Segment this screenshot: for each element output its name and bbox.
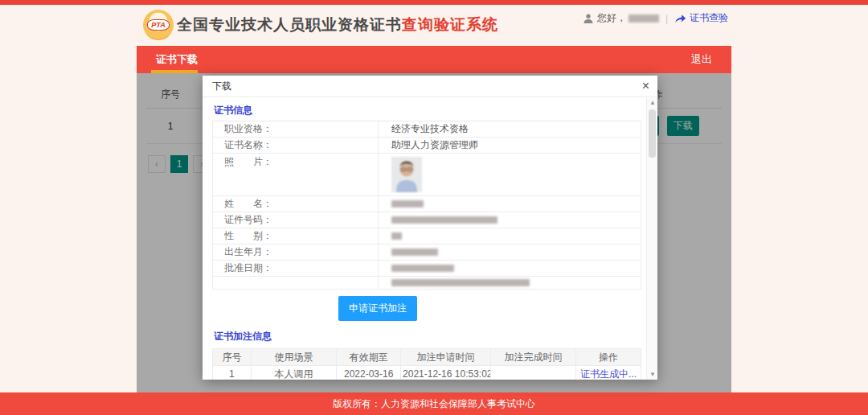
- field-value: [379, 154, 641, 195]
- field-row-qualification: 职业资格： 经济专业技术资格: [213, 121, 641, 138]
- page-title-main: 全国专业技术人员职业资格证书: [177, 16, 402, 33]
- header-user-area: 您好， | 证书查验: [583, 11, 728, 25]
- field-row-id-number: 证件号码：: [213, 212, 641, 228]
- field-label: 性 别：: [213, 228, 379, 244]
- field-row-approval-date: 批准日期：: [213, 261, 641, 277]
- user-name-redacted: [628, 14, 659, 23]
- field-row-name: 姓 名：: [213, 196, 641, 212]
- main-nav: 证书下载 退出: [137, 46, 731, 73]
- pta-logo-text: PTA: [147, 19, 169, 31]
- page-title-accent: 查询验证系统: [402, 16, 498, 33]
- header-separator: |: [665, 13, 668, 24]
- redacted-value: [391, 216, 497, 224]
- field-row-region: [213, 277, 641, 289]
- page-title: 全国专业技术人员职业资格证书查询验证系统: [177, 14, 498, 35]
- col-no: 序号: [213, 349, 252, 366]
- annotation-data-row: 1 本人调用 2022-03-16 2021-12-16 10:53:02 证书…: [213, 366, 641, 380]
- field-label: 出生年月：: [213, 244, 379, 260]
- tab-certificate-download[interactable]: 证书下载: [156, 46, 198, 73]
- cell-valid-until: 2022-03-16: [337, 366, 401, 380]
- field-label: 证件号码：: [213, 212, 379, 228]
- col-action: 操作: [576, 349, 641, 366]
- annotation-header-row: 序号 使用场景 有效期至 加注申请时间 加注完成时间 操作: [213, 349, 641, 366]
- field-row-cert-name: 证书名称： 助理人力资源管理师: [213, 138, 641, 154]
- field-label: [213, 277, 379, 289]
- field-value: [379, 261, 641, 276]
- redacted-value: [391, 232, 402, 240]
- field-row-gender: 性 别：: [213, 228, 641, 244]
- field-row-photo: 照 片：: [213, 154, 641, 196]
- field-value: [379, 244, 641, 260]
- section-annotation-info: 证书加注信息: [212, 327, 641, 347]
- scrollbar-thumb[interactable]: [649, 109, 656, 158]
- greeting-text: 您好，: [597, 11, 626, 25]
- apply-annotation-button[interactable]: 申请证书加注: [338, 296, 417, 321]
- field-value: [379, 228, 641, 244]
- modal-scrollbar[interactable]: ▲ ▼: [646, 98, 657, 380]
- field-label: 证书名称：: [213, 138, 379, 153]
- modal-title: 下载: [212, 80, 231, 92]
- download-modal: 下载 × 证书信息 职业资格： 经济专业技术资格 证书名称： 助理人力资源管理师…: [203, 76, 657, 380]
- modal-body: 证书信息 职业资格： 经济专业技术资格 证书名称： 助理人力资源管理师 照 片：: [203, 98, 646, 380]
- certificate-generating-link[interactable]: 证书生成中...: [580, 368, 637, 380]
- cell-scene: 本人调用: [252, 366, 337, 380]
- col-scene: 使用场景: [252, 349, 337, 366]
- redacted-value: [391, 265, 454, 272]
- field-value: [379, 212, 641, 228]
- pta-logo-icon: PTA: [143, 10, 174, 40]
- redacted-value: [391, 249, 438, 256]
- id-photo: [391, 157, 422, 192]
- field-value: 经济专业技术资格: [379, 121, 641, 137]
- field-value: [379, 196, 641, 212]
- field-value: [379, 277, 641, 289]
- page-header: PTA 全国专业技术人员职业资格证书查询验证系统 您好， | 证书查验: [137, 5, 731, 45]
- redacted-value: [391, 200, 424, 208]
- share-arrow-icon: [674, 13, 686, 24]
- certificate-verify-link[interactable]: 证书查验: [690, 11, 728, 25]
- section-certificate-info: 证书信息: [212, 101, 641, 121]
- field-label: 批准日期：: [213, 261, 379, 276]
- copyright-text: 版权所有：人力资源和社会保障部人事考试中心: [333, 398, 535, 409]
- logout-button[interactable]: 退出: [691, 46, 712, 73]
- user-icon: [583, 13, 594, 24]
- scroll-down-icon[interactable]: ▼: [647, 370, 658, 380]
- field-row-birth: 出生年月：: [213, 244, 641, 261]
- cell-no: 1: [213, 366, 252, 380]
- field-label: 姓 名：: [213, 196, 379, 212]
- col-apply-time: 加注申请时间: [401, 349, 491, 366]
- field-value: 助理人力资源管理师: [379, 138, 641, 153]
- cell-apply-time: 2021-12-16 10:53:02: [401, 366, 491, 380]
- apply-button-row: 申请证书加注: [338, 296, 641, 321]
- annotation-table: 序号 使用场景 有效期至 加注申请时间 加注完成时间 操作 1 本人调用 202…: [212, 348, 641, 380]
- cell-complete-time: [491, 366, 576, 380]
- scroll-up-icon[interactable]: ▲: [647, 98, 658, 108]
- brand: PTA 全国专业技术人员职业资格证书查询验证系统: [143, 10, 498, 40]
- close-icon[interactable]: ×: [642, 76, 649, 97]
- redacted-value: [391, 279, 530, 286]
- modal-header: 下载 ×: [203, 76, 657, 97]
- col-valid-until: 有效期至: [337, 349, 401, 366]
- field-label: 照 片：: [213, 154, 379, 195]
- tab-label: 证书下载: [156, 53, 198, 65]
- col-complete-time: 加注完成时间: [491, 349, 576, 366]
- page-footer: 版权所有：人力资源和社会保障部人事考试中心: [0, 392, 868, 415]
- certificate-fields-table: 职业资格： 经济专业技术资格 证书名称： 助理人力资源管理师 照 片：: [212, 121, 641, 290]
- field-label: 职业资格：: [213, 121, 379, 137]
